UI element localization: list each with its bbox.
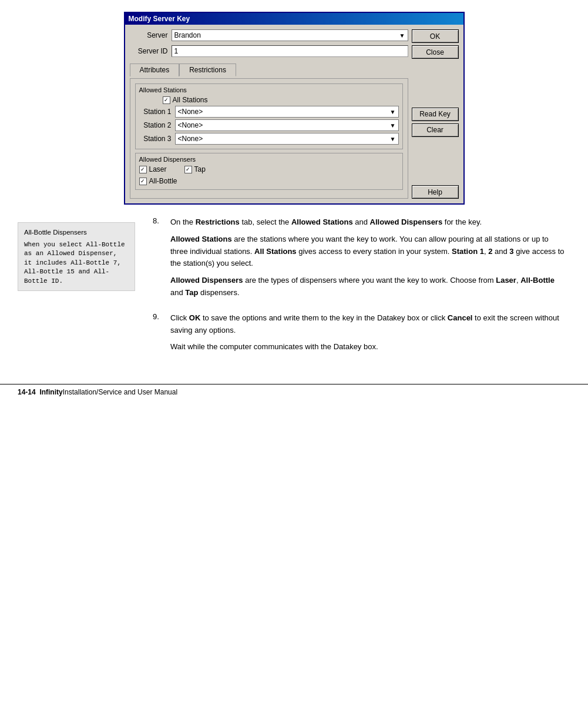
footer-spacer (36, 388, 40, 396)
item-9: 9. Click OK to save the options and writ… (153, 312, 565, 358)
station1-row: Station 1 <None> ▼ (139, 106, 399, 118)
server-label: Server (130, 31, 168, 39)
all-stations-row: ✓ All Stations (139, 96, 399, 104)
dialog-area: Modify Server Key Server Brandon ▼ (0, 6, 588, 216)
dialog-title: Modify Server Key (129, 15, 190, 23)
footer-text: Installation/Service and User Manual (63, 388, 177, 396)
help-button[interactable]: Help (412, 185, 459, 199)
tab-content: Allowed Stations ✓ All Stations Station … (130, 78, 408, 199)
sidebar-note: All-Bottle Dispensers When you select Al… (18, 222, 135, 291)
station1-value: <None> (178, 108, 203, 116)
station1-dropdown[interactable]: <None> ▼ (175, 106, 399, 118)
allbottle-label: All-Bottle (149, 177, 177, 185)
item-9-text: Click OK to save the options and write t… (170, 312, 565, 358)
item-8-p3: Allowed Dispensers are the types of disp… (170, 275, 565, 299)
tabs-row: Attributes Restrictions (130, 63, 408, 76)
serverid-input[interactable] (172, 45, 408, 57)
station2-label: Station 2 (139, 121, 172, 129)
allowed-stations-title: Allowed Stations (139, 86, 399, 93)
content-area: All-Bottle Dispensers When you select Al… (0, 216, 588, 366)
dialog-body: Server Brandon ▼ Server ID (125, 25, 463, 203)
footer-page: 14-14 (18, 388, 36, 396)
all-stations-label: All Stations (173, 96, 208, 104)
allowed-stations-section: Allowed Stations ✓ All Stations Station … (135, 83, 403, 149)
page-footer: 14-14 Infinity Installation/Service and … (0, 384, 588, 400)
item-8-number: 8. (153, 216, 164, 304)
sidebar-note-title: All-Bottle Dispensers (24, 228, 129, 237)
allbottle-checkbox[interactable]: ✓ (139, 178, 147, 185)
server-value: Brandon (174, 31, 201, 39)
laser-checkbox[interactable]: ✓ (139, 166, 147, 173)
modify-server-key-dialog: Modify Server Key Server Brandon ▼ (124, 12, 465, 205)
footer-brand: Infinity (39, 388, 62, 396)
station2-value: <None> (178, 121, 203, 129)
server-dropdown-arrow: ▼ (399, 32, 405, 39)
item-8-text: On the Restrictions tab, select the Allo… (170, 216, 565, 304)
item-8: 8. On the Restrictions tab, select the A… (153, 216, 565, 304)
server-dropdown[interactable]: Brandon ▼ (172, 29, 408, 41)
clear-button[interactable]: Clear (412, 123, 459, 137)
tab-attributes[interactable]: Attributes (130, 63, 180, 76)
all-stations-checkbox[interactable]: ✓ (163, 96, 170, 104)
tab-restrictions[interactable]: Restrictions (179, 63, 236, 76)
dispensers-row1: ✓ Laser ✓ Tap (139, 165, 399, 175)
tap-label: Tap (194, 165, 206, 173)
item-8-p1: On the Restrictions tab, select the Allo… (170, 216, 565, 229)
serverid-row: Server ID (130, 45, 408, 57)
tap-checkbox[interactable]: ✓ (184, 166, 192, 173)
station3-dropdown[interactable]: <None> ▼ (175, 133, 399, 145)
allowed-dispensers-title: Allowed Dispensers (139, 156, 399, 163)
station2-row: Station 2 <None> ▼ (139, 119, 399, 131)
station2-arrow: ▼ (390, 122, 396, 129)
sidebar-note-body: When you select All-Bottle as an Allowed… (24, 240, 129, 286)
main-content: 8. On the Restrictions tab, select the A… (147, 216, 570, 366)
item-9-p1: Click OK to save the options and write t… (170, 312, 565, 337)
station1-label: Station 1 (139, 108, 172, 116)
laser-row: ✓ Laser (139, 165, 167, 173)
station3-arrow: ▼ (390, 136, 396, 142)
ok-button[interactable]: OK (412, 29, 459, 43)
station2-dropdown[interactable]: <None> ▼ (175, 119, 399, 131)
station3-label: Station 3 (139, 135, 172, 143)
laser-label: Laser (149, 165, 167, 173)
tap-row: ✓ Tap (184, 165, 206, 173)
item-9-p2: Wait while the computer communicates wit… (170, 341, 565, 353)
allowed-dispensers-section: Allowed Dispensers ✓ Laser ✓ Tap (135, 153, 403, 190)
dialog-right: OK Close Read Key Clear Help (412, 29, 459, 199)
close-button[interactable]: Close (412, 45, 459, 59)
read-key-button[interactable]: Read Key (412, 108, 459, 121)
station3-value: <None> (178, 135, 203, 143)
item-9-number: 9. (153, 312, 164, 358)
dialog-left: Server Brandon ▼ Server ID (130, 29, 408, 199)
station1-arrow: ▼ (390, 109, 396, 115)
allbottle-row: ✓ All-Bottle (139, 177, 399, 185)
item-8-p2: Allowed Stations are the stations where … (170, 233, 565, 270)
station3-row: Station 3 <None> ▼ (139, 133, 399, 145)
dialog-titlebar: Modify Server Key (125, 13, 463, 25)
server-row: Server Brandon ▼ (130, 29, 408, 41)
serverid-label: Server ID (130, 47, 168, 55)
